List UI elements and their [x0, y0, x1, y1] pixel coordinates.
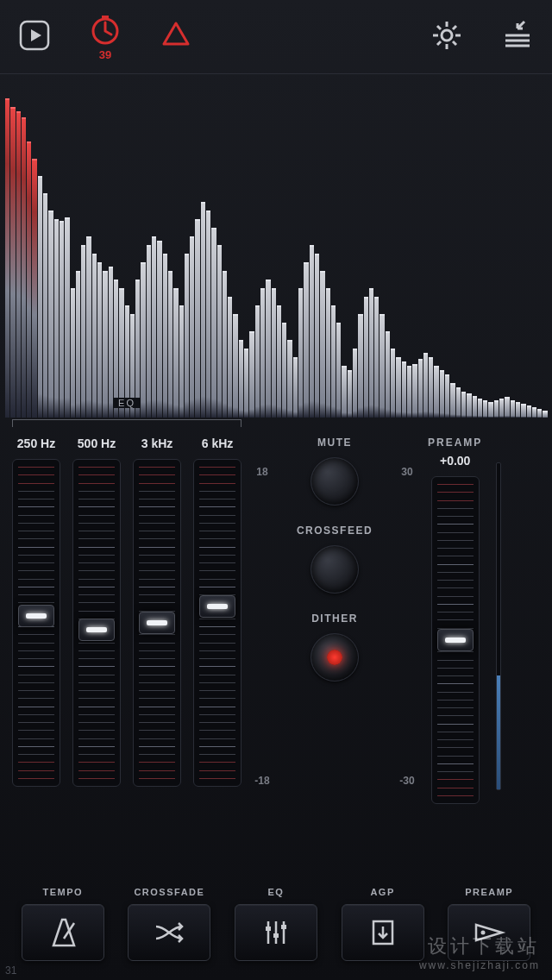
preamp-scale-bot: -30	[399, 775, 414, 787]
spectrum-bar	[450, 383, 455, 418]
eq-scale-bot: -18	[254, 775, 269, 787]
spectrum-bar	[141, 262, 145, 418]
spectrum-bar	[331, 305, 336, 418]
eq-slider-1[interactable]	[72, 459, 121, 787]
preamp-button-label: PREAMP	[465, 887, 513, 897]
preamp-slider[interactable]	[431, 476, 480, 804]
spectrum-bar	[287, 340, 292, 418]
spectrum-bar	[412, 364, 417, 418]
spectrum-bar	[32, 159, 36, 418]
spectrum-bar	[440, 370, 444, 418]
spectrum-bar	[65, 217, 69, 418]
spectrum-bar	[532, 407, 536, 418]
spectrum-bar	[380, 314, 384, 418]
top-toolbar: 39	[0, 0, 552, 74]
spectrum-bar	[326, 288, 330, 418]
preamp-column: PREAMP +0.00	[428, 437, 482, 804]
corner-number: 31	[5, 964, 16, 977]
spectrum-bar	[86, 236, 91, 418]
crossfeed-knob[interactable]	[310, 545, 359, 594]
eq-slider-0[interactable]	[12, 459, 60, 787]
spectrum-bar	[511, 400, 515, 418]
amp-icon	[471, 914, 507, 951]
spectrum-bar	[223, 271, 227, 418]
spectrum-bar	[505, 397, 509, 418]
spectrum-bar	[282, 323, 286, 418]
spectrum-bar	[60, 221, 64, 418]
spectrum-bar	[342, 366, 346, 418]
spectrum-bar	[478, 399, 482, 418]
spectrum-bar	[537, 409, 542, 418]
spectrum-bar	[364, 297, 368, 418]
spectrum-bar	[195, 219, 199, 418]
spectrum-bar	[293, 357, 298, 418]
spectrum-bar	[445, 374, 449, 418]
spectrum-bar	[353, 349, 357, 418]
eq-button[interactable]	[235, 904, 317, 961]
spectrum-bar	[97, 262, 102, 418]
collapse-button[interactable]	[500, 18, 535, 56]
gear-icon	[430, 18, 464, 53]
spectrum-bar	[260, 288, 265, 418]
spectrum-bar	[374, 297, 379, 418]
spectrum-bar	[38, 176, 42, 418]
eq-thumb-3[interactable]	[199, 595, 235, 618]
bottom-row: TEMPO CROSSFADE EQ AGP	[0, 887, 552, 961]
spectrum-bar	[434, 366, 438, 418]
spectrum-bar	[217, 245, 222, 418]
spectrum-bar	[527, 405, 531, 418]
eq-group-label: EQ	[113, 398, 141, 408]
spectrum-bar	[81, 245, 85, 418]
spectrum-bar	[249, 331, 254, 418]
spectrum-bar	[320, 271, 324, 418]
spectrum-bar	[22, 117, 26, 418]
eq-slider-2[interactable]	[133, 459, 181, 787]
spectrum-bar	[255, 305, 260, 418]
spectrum-bar	[109, 267, 113, 418]
eq-thumb-2[interactable]	[139, 612, 175, 634]
dither-knob[interactable]	[310, 633, 359, 682]
spectrum-bar	[272, 288, 276, 418]
spectrum-bar	[71, 288, 75, 418]
timer-count: 39	[99, 48, 111, 61]
eq-scale-top: 18	[256, 466, 267, 478]
tempo-label: TEMPO	[42, 887, 83, 897]
eq-slider-3[interactable]	[193, 459, 242, 787]
agp-button[interactable]	[342, 904, 424, 961]
settings-button[interactable]	[430, 18, 464, 56]
spectrum-analyzer[interactable]	[0, 74, 552, 418]
play-button[interactable]	[17, 18, 52, 56]
alert-button[interactable]	[159, 18, 193, 56]
spectrum-bar	[348, 370, 352, 418]
preamp-button[interactable]	[448, 904, 530, 961]
eq-thumb-0[interactable]	[18, 605, 54, 627]
spectrum-bar	[27, 141, 31, 418]
spectrum-bar	[48, 210, 53, 418]
spectrum-bar	[499, 399, 504, 418]
mute-knob[interactable]	[310, 457, 359, 506]
preamp-value: +0.00	[440, 454, 470, 468]
eq-bracket: EQ	[12, 419, 242, 435]
spectrum-bar	[516, 402, 520, 418]
eq-section: EQ 250 Hz 500 Hz 3 kHz 6 kHz	[0, 418, 552, 832]
spectrum-bar	[266, 280, 270, 418]
spectrum-bar	[233, 314, 237, 418]
tempo-button[interactable]	[22, 904, 104, 961]
spectrum-bar	[43, 193, 47, 418]
spectrum-bar	[418, 359, 423, 418]
spectrum-bar	[298, 288, 303, 418]
spectrum-bar	[488, 402, 492, 418]
crossfade-button[interactable]	[128, 904, 210, 961]
preamp-thumb[interactable]	[437, 629, 474, 651]
spectrum-bar	[407, 366, 411, 418]
spectrum-bar	[396, 357, 400, 418]
sleep-timer-button[interactable]: 39	[88, 12, 122, 61]
eq-freq-1: 500 Hz	[78, 437, 116, 450]
spectrum-bar	[461, 392, 466, 418]
shuffle-icon	[151, 914, 187, 951]
spectrum-bar	[103, 271, 107, 418]
spectrum-bar	[310, 245, 314, 418]
spectrum-bar	[228, 297, 232, 418]
svg-rect-6	[281, 925, 286, 929]
eq-thumb-1[interactable]	[78, 619, 115, 641]
